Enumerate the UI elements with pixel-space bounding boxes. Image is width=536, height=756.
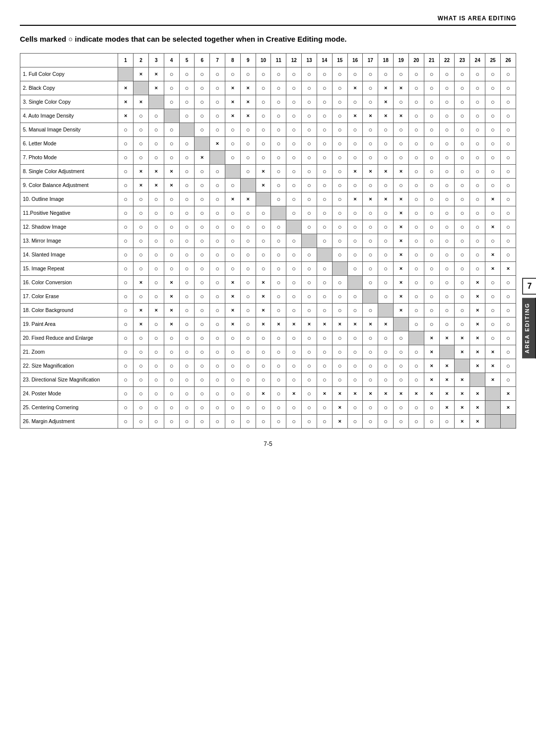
cell-r14-c14	[317, 248, 332, 261]
cell-r17-c1: ○	[118, 289, 134, 303]
cell-r14-c1: ○	[118, 248, 134, 261]
cell-r19-c13: ×	[302, 317, 317, 331]
cell-r25-c9: ○	[240, 400, 256, 414]
col-header-15: 15	[332, 53, 347, 67]
cell-r9-c6: ○	[195, 178, 210, 192]
cell-r7-c21: ○	[424, 150, 439, 164]
cell-r2-c14: ○	[317, 81, 332, 95]
cell-r26-c13: ○	[302, 414, 317, 428]
cell-r24-c11: ○	[271, 386, 286, 400]
cell-r14-c15: ○	[332, 248, 347, 261]
cell-r25-c18: ○	[378, 400, 394, 414]
cell-r1-c6: ○	[195, 67, 210, 81]
cell-r4-c23: ○	[455, 109, 470, 123]
cell-r26-c10: ○	[256, 414, 271, 428]
cell-r24-c12: ×	[286, 386, 302, 400]
cell-r6-c7: ×	[210, 136, 225, 150]
cell-r10-c11: ○	[271, 192, 286, 206]
cell-r3-c17: ○	[363, 95, 378, 109]
cell-r5-c6: ○	[195, 123, 210, 136]
cell-r6-c24: ○	[470, 136, 485, 150]
cell-r5-c14: ○	[317, 123, 332, 136]
row-label-9: 9. Color Balance Adjustment	[20, 178, 118, 192]
cell-r11-c20: ○	[408, 206, 424, 220]
cell-r9-c14: ○	[317, 178, 332, 192]
cell-r8-c1: ○	[118, 164, 134, 178]
col-header-13: 13	[302, 53, 317, 67]
table-row: 25. Centering Cornering○○○○○○○○○○○○○○×○○…	[20, 400, 516, 414]
cell-r15-c26: ×	[500, 261, 516, 275]
cell-r2-c12: ○	[286, 81, 302, 95]
cell-r16-c3: ○	[148, 275, 164, 289]
cell-r1-c5: ○	[179, 67, 195, 81]
cell-r23-c5: ○	[179, 373, 195, 386]
cell-r3-c8: ×	[225, 95, 240, 109]
cell-r1-c4: ○	[164, 67, 179, 81]
cell-r2-c20: ○	[408, 81, 424, 95]
cell-r21-c20: ○	[408, 345, 424, 359]
cell-r11-c13: ○	[302, 206, 317, 220]
cell-r9-c26: ○	[500, 178, 516, 192]
cell-r1-c2: ×	[134, 67, 149, 81]
cell-r17-c11: ○	[271, 289, 286, 303]
cell-r10-c15: ○	[332, 192, 347, 206]
cell-r15-c21: ○	[424, 261, 439, 275]
cell-r15-c15	[332, 261, 347, 275]
cell-r7-c13: ○	[302, 150, 317, 164]
cell-r18-c26: ○	[500, 303, 516, 317]
table-row: 14. Slanted Image○○○○○○○○○○○○○○○○○×○○○○○…	[20, 248, 516, 261]
cell-r1-c9: ○	[240, 67, 256, 81]
cell-r12-c16: ○	[347, 220, 363, 234]
cell-r15-c3: ○	[148, 261, 164, 275]
cell-r13-c19: ×	[394, 234, 409, 248]
cell-r8-c7: ○	[210, 164, 225, 178]
cell-r14-c13: ○	[302, 248, 317, 261]
cell-r17-c2: ○	[134, 289, 149, 303]
cell-r5-c9: ○	[240, 123, 256, 136]
cell-r25-c5: ○	[179, 400, 195, 414]
cell-r20-c8: ○	[225, 331, 240, 345]
cell-r9-c11: ○	[271, 178, 286, 192]
cell-r26-c7: ○	[210, 414, 225, 428]
cell-r20-c2: ○	[134, 331, 149, 345]
cell-r21-c25: ×	[485, 345, 501, 359]
cell-r4-c16: ×	[347, 109, 363, 123]
cell-r17-c22: ○	[439, 289, 455, 303]
cell-r7-c14: ○	[317, 150, 332, 164]
cell-r5-c15: ○	[332, 123, 347, 136]
cell-r8-c8	[225, 164, 240, 178]
cell-r17-c21: ○	[424, 289, 439, 303]
cell-r11-c10: ○	[256, 206, 271, 220]
cell-r3-c15: ○	[332, 95, 347, 109]
cell-r19-c17: ×	[363, 317, 378, 331]
cell-r3-c6: ○	[195, 95, 210, 109]
cell-r19-c18: ×	[378, 317, 394, 331]
cell-r15-c8: ○	[225, 261, 240, 275]
cell-r12-c10: ○	[256, 220, 271, 234]
cell-r7-c20: ○	[408, 150, 424, 164]
cell-r14-c20: ○	[408, 248, 424, 261]
cell-r15-c16: ○	[347, 261, 363, 275]
cell-r17-c17	[363, 289, 378, 303]
cell-r21-c12: ○	[286, 345, 302, 359]
cell-r14-c4: ○	[164, 248, 179, 261]
col-header-22: 22	[439, 53, 455, 67]
page-footer: 7-5	[20, 441, 516, 447]
cell-r3-c1: ×	[118, 95, 134, 109]
cell-r21-c10: ○	[256, 345, 271, 359]
cell-r5-c17: ○	[363, 123, 378, 136]
cell-r4-c22: ○	[439, 109, 455, 123]
cell-r17-c13: ○	[302, 289, 317, 303]
cell-r16-c8: ×	[225, 275, 240, 289]
cell-r4-c10: ○	[256, 109, 271, 123]
cell-r15-c23: ○	[455, 261, 470, 275]
cell-r4-c7: ○	[210, 109, 225, 123]
cell-r4-c12: ○	[286, 109, 302, 123]
cell-r6-c16: ○	[347, 136, 363, 150]
cell-r20-c14: ○	[317, 331, 332, 345]
cell-r16-c11: ○	[271, 275, 286, 289]
cell-r19-c1: ○	[118, 317, 134, 331]
cell-r8-c11: ○	[271, 164, 286, 178]
cell-r24-c2: ○	[134, 386, 149, 400]
cell-r11-c9: ○	[240, 206, 256, 220]
